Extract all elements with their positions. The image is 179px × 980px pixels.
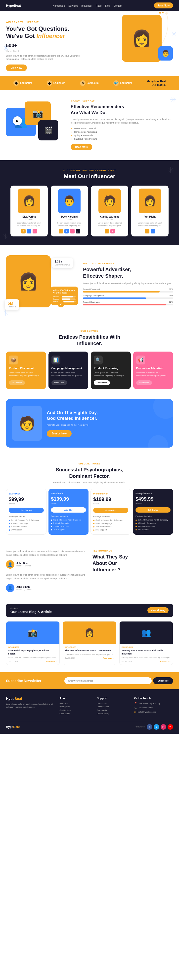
- services-tag: Our Service: [6, 330, 173, 332]
- plan-btn-enterprise[interactable]: Get Started: [136, 508, 171, 512]
- powerful-tag: Why Choose HypeBeat: [83, 262, 173, 265]
- plan-features-premium: Get 5 Influencer For 5 Category 5 Month …: [93, 519, 128, 531]
- plan-period-premium: /Month: [93, 503, 128, 505]
- social-icon-f[interactable]: f: [21, 229, 26, 234]
- follow-youtube[interactable]: yt: [168, 724, 173, 730]
- pricing-card-premium: Premium Plan $199,99 /Month Get Started …: [91, 489, 131, 535]
- newsletter-input[interactable]: [64, 677, 152, 684]
- testi-avatar-1: 👤: [6, 560, 14, 569]
- rev-num: $27k: [55, 260, 70, 264]
- service-title-4: Promotion Advertise: [136, 366, 170, 370]
- nav-cta-button[interactable]: Join Now: [154, 3, 173, 8]
- footer-link-pricing[interactable]: Pricing Plan: [59, 706, 92, 708]
- nav-influencer[interactable]: Influencer: [81, 5, 92, 7]
- social-icon-i3[interactable]: i: [110, 229, 115, 234]
- blog-desc-2: Lorem ipsum dolor sit amet consectetur a…: [65, 653, 114, 656]
- social-icon-t[interactable]: t: [27, 229, 31, 234]
- prog-val-3: 92%: [169, 301, 173, 303]
- plan-price-newbie: $109,99: [51, 496, 86, 502]
- footer-link-case[interactable]: Case Study: [59, 713, 92, 715]
- social-icon-f2[interactable]: f: [59, 229, 63, 234]
- footer-link-safety[interactable]: Safety Center: [97, 706, 129, 708]
- blog-read-more-2[interactable]: Read More →: [103, 657, 114, 659]
- nav-contact[interactable]: Contact: [113, 5, 122, 7]
- plan-period-basic: /Month: [9, 503, 44, 505]
- influencer-avatar-2: 👨: [58, 189, 81, 213]
- footer-support-col: Support Help Center Safety Center Commun…: [97, 697, 129, 716]
- cta-join-button[interactable]: Join Us Now: [47, 430, 72, 437]
- blog-content-1: INFLUENCER Successful Psychographics, Do…: [6, 644, 59, 665]
- rev-label: Monthly Revenue: [55, 264, 70, 266]
- about-images: 👥 📸 🎬 ▶: [6, 102, 66, 149]
- social-icon-i2[interactable]: i: [70, 229, 75, 234]
- blog-tag: Our Blog: [10, 607, 52, 609]
- hero-title-line2: We've Got: [6, 32, 35, 39]
- navbar: HypeBeat Homepage Services Influencer Pa…: [0, 0, 179, 11]
- powerful-section: ✳ 👩 5M Followers $27k Monthly Revenue A …: [0, 245, 179, 322]
- testi-avatar-2: 👤: [6, 584, 14, 592]
- about-cta-button[interactable]: Read More: [70, 144, 92, 150]
- hero-cta-button[interactable]: Join Now: [6, 65, 27, 71]
- service-btn-3[interactable]: Read More: [94, 380, 110, 385]
- social-icon-f3[interactable]: f: [105, 229, 109, 234]
- blog-img-2: 👩: [63, 622, 116, 644]
- blog-read-more-1[interactable]: Read More →: [46, 660, 58, 662]
- follow-instagram[interactable]: in: [161, 724, 166, 730]
- footer-address: 📍 123 Street, City, Country: [134, 702, 173, 705]
- service-btn-4[interactable]: Read More: [136, 380, 152, 385]
- social-icon-t2[interactable]: t: [64, 229, 69, 234]
- social-icon-i[interactable]: i: [33, 229, 37, 234]
- influencer-grid: 👩 Elsa Verina Lifestyle Lorem ipsum dolo…: [6, 186, 173, 237]
- social-icon-t4[interactable]: t: [151, 229, 155, 234]
- blog-read-more-3[interactable]: Read More →: [160, 660, 171, 662]
- plan-includes-newbie: Package Includes: [51, 515, 86, 517]
- social-icon-f4[interactable]: f: [145, 229, 149, 234]
- bar-bg-2: [62, 299, 75, 300]
- plan-btn-basic[interactable]: Get Started: [9, 508, 44, 513]
- follow-twitter[interactable]: t: [153, 724, 159, 730]
- nav-page[interactable]: Page: [96, 5, 101, 7]
- plan-includes-premium: Package Includes: [93, 515, 128, 517]
- social-icon-y2[interactable]: y: [76, 229, 80, 234]
- newsletter-submit-button[interactable]: Subscribe: [153, 677, 173, 684]
- social-follow-section: Follow Us : f t in yt: [135, 724, 173, 730]
- influencer-tag: Successful Influencer Done Right: [6, 169, 173, 172]
- plan-btn-premium[interactable]: Get Started: [93, 508, 128, 513]
- cta-content: And On The Eighth Day,God Created Influe…: [47, 410, 167, 437]
- hero-title: You've Got Questions. We've Got Influenc…: [6, 25, 86, 40]
- plan-label-newbie: Newbie Plan: [51, 492, 86, 495]
- footer-link-blog[interactable]: Blog Post: [59, 702, 92, 704]
- service-icon-4: 📢: [136, 356, 145, 364]
- logo-icon-1: ◆: [13, 80, 19, 86]
- pricing-card-enterprise: Enterprise Plan $499,99 /Month Get Start…: [133, 489, 173, 535]
- stat-label: Followers: [8, 305, 16, 308]
- service-btn-1[interactable]: Read More: [9, 380, 25, 385]
- footer-about-col: About Blog Post Pricing Plan Our Service…: [59, 697, 92, 716]
- plan-btn-newbie[interactable]: Let's Start: [51, 508, 86, 512]
- testi-left-desc-1: Lorem ipsum dolor sit amet consectetur a…: [6, 550, 86, 557]
- blog-view-all-button[interactable]: View All Blog: [147, 607, 169, 613]
- nav-homepage[interactable]: Homepage: [53, 5, 65, 7]
- logo-label-3: Logipsum: [87, 82, 99, 84]
- inf-name-1: Elsa Verina: [13, 215, 45, 218]
- footer-link-help[interactable]: Help Center: [97, 702, 129, 704]
- hero-stat-label: Happy Client: [6, 50, 19, 52]
- follow-facebook[interactable]: f: [147, 724, 152, 730]
- footer-link-community[interactable]: Community: [97, 709, 129, 711]
- footer-link-services[interactable]: Our Services: [59, 709, 92, 711]
- testi-name-2: Jane Smith: [16, 585, 33, 588]
- nav-services[interactable]: Services: [69, 5, 78, 7]
- blog-date-1: Jan 12, 2024: [8, 660, 18, 662]
- nav-blog[interactable]: Blog: [105, 5, 110, 7]
- hero-stat-num: 500+: [6, 43, 17, 48]
- blog-desc-1: Lorem ipsum dolor sit amet consectetur a…: [8, 656, 58, 659]
- logo-icon-4: 🐦: [113, 80, 119, 86]
- blog-header: Our Blog Our Latest Blog & Article View …: [6, 604, 173, 617]
- plan-price-basic: $99,99: [9, 496, 44, 502]
- service-btn-2[interactable]: Read More: [51, 380, 67, 385]
- footer-link-cookie[interactable]: Cookie Policy: [97, 713, 129, 715]
- about-desc: Lorem ipsum dolor sit amet, consectetur …: [70, 118, 173, 125]
- pricing-title: Successful Psychographics,Dominant Facto…: [6, 466, 173, 479]
- bar-fill-1: [62, 296, 73, 298]
- testi-info-1: John Doe Business Owner: [16, 562, 31, 567]
